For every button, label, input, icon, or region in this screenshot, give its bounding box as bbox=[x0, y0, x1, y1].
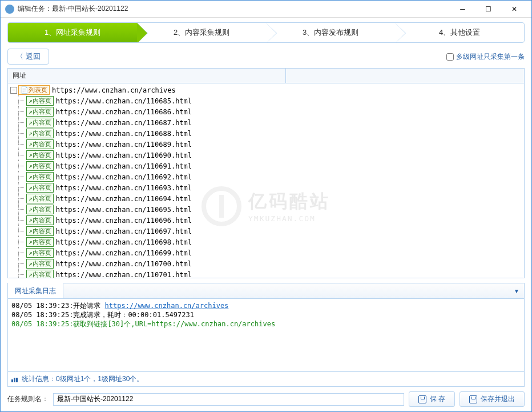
content-page-tag: ↗内容页 bbox=[26, 215, 54, 225]
col-spacer bbox=[286, 69, 295, 83]
list-page-tag: 📄列表页 bbox=[18, 85, 50, 95]
child-url: https://www.cnzhan.cn/110699.html bbox=[56, 249, 192, 257]
tab-other-settings[interactable]: 4、其他设置 bbox=[395, 23, 524, 42]
tab-label: 4、其他设置 bbox=[439, 27, 480, 38]
tree-child-node[interactable]: ↗内容页https://www.cnzhan.cn/110685.html bbox=[10, 95, 522, 106]
app-window: 编辑任务：最新-中国站长-20201122 ─ ☐ ✕ 1、网址采集规则 2、内… bbox=[0, 0, 532, 412]
log-ts: 08/05 18:39:23: bbox=[11, 302, 73, 310]
save-icon bbox=[469, 395, 477, 403]
tree-child-node[interactable]: ↗内容页https://www.cnzhan.cn/110693.html bbox=[10, 182, 522, 193]
child-url: https://www.cnzhan.cn/110690.html bbox=[56, 151, 192, 159]
content-page-tag: ↗内容页 bbox=[26, 237, 54, 247]
checkbox-label: 多级网址只采集第一条 bbox=[456, 52, 525, 62]
multilevel-checkbox-row[interactable]: 多级网址只采集第一条 bbox=[446, 52, 525, 62]
child-url: https://www.cnzhan.cn/110688.html bbox=[56, 130, 192, 138]
tree-child-node[interactable]: ↗内容页https://www.cnzhan.cn/110701.html bbox=[10, 269, 522, 278]
child-url: https://www.cnzhan.cn/110697.html bbox=[56, 227, 192, 235]
tab-content-rules[interactable]: 2、内容采集规则 bbox=[137, 23, 266, 42]
log-tab[interactable]: 网址采集日志 bbox=[8, 283, 63, 298]
wizard-tabs: 1、网址采集规则 2、内容采集规则 3、内容发布规则 4、其他设置 bbox=[7, 22, 525, 43]
multilevel-checkbox[interactable] bbox=[446, 53, 454, 61]
child-url: https://www.cnzhan.cn/110696.html bbox=[56, 217, 192, 225]
content-page-tag: ↗内容页 bbox=[26, 118, 54, 127]
stats-text: 统计信息：0级网址1个，1级网址30个。 bbox=[22, 374, 143, 384]
log-ts: 08/05 18:39:25: bbox=[11, 320, 73, 328]
expand-icon[interactable]: − bbox=[10, 87, 17, 94]
collapse-icon[interactable]: ▼ bbox=[509, 288, 524, 294]
log-line: 08/05 18:39:23:开始请求 https://www.cnzhan.c… bbox=[11, 301, 521, 310]
minimize-button[interactable]: ─ bbox=[450, 1, 475, 17]
root-url: https://www.cnzhan.cn/archives bbox=[52, 86, 176, 94]
tree-child-node[interactable]: ↗内容页https://www.cnzhan.cn/110696.html bbox=[10, 215, 522, 226]
content-page-tag: ↗内容页 bbox=[26, 205, 54, 214]
window-title: 编辑任务：最新-中国站长-20201122 bbox=[18, 4, 450, 14]
save-exit-button[interactable]: 保存并退出 bbox=[460, 391, 525, 407]
child-url: https://www.cnzhan.cn/110687.html bbox=[56, 119, 192, 127]
back-button[interactable]: 〈 返回 bbox=[7, 49, 49, 65]
task-name-label: 任务规则名： bbox=[7, 394, 49, 404]
tree-child-node[interactable]: ↗内容页https://www.cnzhan.cn/110697.html bbox=[10, 226, 522, 237]
log-line: 08/05 18:39:25:完成请求，耗时：00:00:01.5497231 bbox=[11, 310, 521, 319]
log-line: 08/05 18:39:25:获取到链接[30]个,URL=https://ww… bbox=[11, 319, 521, 329]
tree-child-node[interactable]: ↗内容页https://www.cnzhan.cn/110700.html bbox=[10, 258, 522, 269]
tab-label: 2、内容采集规则 bbox=[174, 27, 229, 38]
window-controls: ─ ☐ ✕ bbox=[450, 1, 527, 17]
save-label: 保 存 bbox=[430, 394, 445, 404]
save-exit-label: 保存并退出 bbox=[481, 394, 515, 404]
tree-child-node[interactable]: ↗内容页https://www.cnzhan.cn/110690.html bbox=[10, 150, 522, 161]
content-page-tag: ↗内容页 bbox=[26, 107, 54, 117]
tab-url-rules[interactable]: 1、网址采集规则 bbox=[8, 23, 137, 42]
child-url: https://www.cnzhan.cn/110693.html bbox=[56, 184, 192, 192]
content-page-tag: ↗内容页 bbox=[26, 96, 54, 106]
tree-child-node[interactable]: ↗内容页https://www.cnzhan.cn/110695.html bbox=[10, 204, 522, 215]
grid-body[interactable]: 亿码酷站 YMKUZHAN.COM −📄列表页https://www.cnzha… bbox=[8, 83, 524, 278]
url-grid: 网址 亿码酷站 YMKUZHAN.COM −📄列表页https://www.cn… bbox=[7, 68, 525, 278]
tree-child-node[interactable]: ↗内容页https://www.cnzhan.cn/110694.html bbox=[10, 193, 522, 204]
close-button[interactable]: ✕ bbox=[501, 1, 527, 17]
chevron-left-icon: 〈 bbox=[16, 51, 23, 62]
child-url: https://www.cnzhan.cn/110694.html bbox=[56, 195, 192, 203]
task-name-input[interactable] bbox=[53, 393, 404, 406]
tree-root-node[interactable]: −📄列表页https://www.cnzhan.cn/archives bbox=[10, 85, 522, 95]
content-page-tag: ↗内容页 bbox=[26, 172, 54, 182]
log-body[interactable]: 08/05 18:39:23:开始请求 https://www.cnzhan.c… bbox=[8, 299, 524, 371]
child-url: https://www.cnzhan.cn/110691.html bbox=[56, 162, 192, 170]
maximize-button[interactable]: ☐ bbox=[475, 1, 501, 17]
log-ts: 08/05 18:39:25: bbox=[11, 311, 73, 319]
app-icon bbox=[5, 5, 14, 14]
content-page-tag: ↗内容页 bbox=[26, 194, 54, 203]
save-icon bbox=[418, 395, 426, 403]
grid-header: 网址 bbox=[8, 69, 524, 83]
content-page-tag: ↗内容页 bbox=[26, 139, 54, 149]
content-page-tag: ↗内容页 bbox=[26, 226, 54, 236]
tree-child-node[interactable]: ↗内容页https://www.cnzhan.cn/110691.html bbox=[10, 161, 522, 171]
log-link[interactable]: https://www.cnzhan.cn/archives bbox=[105, 302, 229, 310]
tab-label: 3、内容发布规则 bbox=[303, 27, 358, 38]
toolbar: 〈 返回 多级网址只采集第一条 bbox=[7, 49, 525, 65]
child-url: https://www.cnzhan.cn/110698.html bbox=[56, 238, 192, 246]
content-page-tag: ↗内容页 bbox=[26, 270, 54, 278]
tree-child-node[interactable]: ↗内容页https://www.cnzhan.cn/110698.html bbox=[10, 237, 522, 247]
titlebar: 编辑任务：最新-中国站长-20201122 ─ ☐ ✕ bbox=[1, 1, 531, 18]
content-page-tag: ↗内容页 bbox=[26, 248, 54, 258]
child-url: https://www.cnzhan.cn/110701.html bbox=[56, 271, 192, 278]
child-url: https://www.cnzhan.cn/110700.html bbox=[56, 260, 192, 268]
back-label: 返回 bbox=[26, 51, 41, 62]
child-url: https://www.cnzhan.cn/110685.html bbox=[56, 97, 192, 105]
tab-label: 1、网址采集规则 bbox=[45, 27, 100, 38]
child-url: https://www.cnzhan.cn/110689.html bbox=[56, 141, 192, 149]
tree-child-node[interactable]: ↗内容页https://www.cnzhan.cn/110686.html bbox=[10, 106, 522, 117]
tree-child-node[interactable]: ↗内容页https://www.cnzhan.cn/110687.html bbox=[10, 117, 522, 128]
tab-publish-rules[interactable]: 3、内容发布规则 bbox=[266, 23, 395, 42]
save-button[interactable]: 保 存 bbox=[409, 391, 455, 407]
tree-child-node[interactable]: ↗内容页https://www.cnzhan.cn/110699.html bbox=[10, 247, 522, 258]
child-url: https://www.cnzhan.cn/110695.html bbox=[56, 206, 192, 214]
tree-child-node[interactable]: ↗内容页https://www.cnzhan.cn/110688.html bbox=[10, 128, 522, 139]
tree-child-node[interactable]: ↗内容页https://www.cnzhan.cn/110689.html bbox=[10, 139, 522, 150]
content-page-tag: ↗内容页 bbox=[26, 183, 54, 193]
content-page-tag: ↗内容页 bbox=[26, 150, 54, 160]
content-area: 1、网址采集规则 2、内容采集规则 3、内容发布规则 4、其他设置 〈 返回 多… bbox=[1, 18, 531, 411]
log-panel: 网址采集日志 ▼ 08/05 18:39:23:开始请求 https://www… bbox=[7, 283, 525, 387]
col-url[interactable]: 网址 bbox=[8, 69, 286, 83]
tree-child-node[interactable]: ↗内容页https://www.cnzhan.cn/110692.html bbox=[10, 171, 522, 182]
